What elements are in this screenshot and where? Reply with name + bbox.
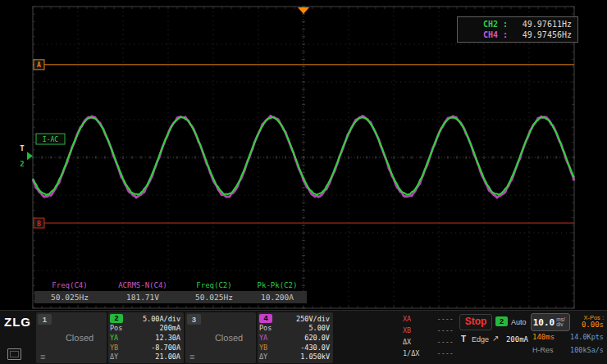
delta-x-row: ΔX ----: [401, 336, 455, 348]
channel2-pos-row: Pos 200mA: [110, 324, 180, 334]
trigger-level-marker: [27, 152, 33, 160]
channel2-scale: 5.00A/div: [143, 315, 180, 323]
run-stop-button[interactable]: Stop: [459, 314, 492, 330]
channel3-badge[interactable]: 3: [187, 314, 201, 325]
trigger-source-badge[interactable]: 2: [495, 316, 508, 326]
measurement-value: 50.025Hz: [34, 291, 105, 303]
xa-row: XA ----: [401, 313, 455, 325]
channel2-ya: 12.30A: [155, 334, 180, 342]
channel2-panel[interactable]: 2 5.00A/div Pos 200mA YA 12.30A YB -8.70…: [108, 312, 184, 363]
delta-y-label: ΔY: [110, 353, 118, 361]
channel4-yb: -430.0V: [300, 344, 330, 352]
channel1-badge[interactable]: 1: [38, 314, 52, 325]
channel2-badge[interactable]: 2: [110, 314, 123, 323]
ya-label: YA: [259, 334, 267, 342]
channel1-panel[interactable]: 1 Closed ≡: [36, 312, 107, 363]
sample-rate: 100kSa/s: [561, 346, 604, 354]
memory-depth: 14.0Kpts: [563, 333, 604, 341]
measurement-freq-c4: Freq(C4) 50.025Hz: [34, 280, 105, 303]
channel3-state: Closed: [203, 312, 254, 363]
measurement-freq-c2: Freq(C2) 50.025Hz: [180, 280, 248, 303]
channel4-pos: 5.00V: [308, 324, 330, 332]
coupling-badge-label: I-AC: [43, 136, 58, 143]
cursor-b-tag-label: B: [37, 221, 41, 228]
cursor-a-tag-label: A: [37, 61, 41, 69]
channel4-panel[interactable]: 4 250V/div Pos 5.00V YA 620.0V YB -430.0…: [258, 312, 333, 363]
channel4-ya-row: YA 620.0V: [259, 333, 330, 343]
menu-icon[interactable]: ≡: [40, 353, 45, 362]
trigger-t-label: T: [461, 334, 466, 344]
delta-x-label: ΔX: [403, 336, 411, 348]
measurement-label: Freq(C2): [180, 280, 248, 291]
inv-delta-x-label: 1/ΔX: [403, 348, 419, 359]
ch2-freq-label: CH2 :: [483, 20, 508, 29]
measurement-pkpk-c2: Pk-Pk(C2) 10.200A: [248, 280, 307, 303]
measurement-label: Freq(C4): [34, 280, 105, 291]
channel3-panel[interactable]: 3 Closed ≡: [185, 312, 256, 363]
trigger-panel: Stop 2 Auto T Edge ↗ 200mA: [458, 312, 530, 363]
x-pos-value: 0.00s: [566, 321, 604, 329]
trigger-t-marker-label: T: [20, 144, 25, 152]
measurement-value: 181.71V: [105, 291, 180, 303]
channel4-dy-row: ΔY 1.050kV: [259, 352, 330, 362]
xa-value: ----: [437, 313, 454, 325]
measurement-value: 50.025Hz: [180, 291, 248, 303]
channel4-readouts: 4 250V/div Pos 5.00V YA 620.0V YB -430.0…: [259, 314, 330, 362]
delta-y-label: ΔY: [259, 353, 267, 361]
timebase-button[interactable]: 10.0 ms/div: [531, 313, 570, 331]
xb-row: XB ----: [401, 325, 455, 336]
xb-value: ----: [437, 325, 454, 336]
channel1-state: Closed: [54, 312, 105, 363]
channel4-badge[interactable]: 4: [259, 314, 272, 323]
trigger-type[interactable]: Edge: [472, 335, 489, 344]
delta-x-value: ----: [437, 336, 454, 348]
freq-meter-panel: CH2 : 49.97611Hz CH4 : 49.97456Hz: [457, 16, 578, 43]
channel4-pos-row: Pos 5.00V: [259, 324, 330, 334]
ch4-freq-value: 49.97456Hz: [513, 30, 572, 39]
status-bar: ZLG 1 Closed ≡ 2 5.00A/div Pos 200mA YA …: [0, 310, 607, 364]
pos-label: Pos: [110, 324, 122, 332]
trigger-level: 200mA: [506, 335, 528, 344]
ch4-freq-label: CH4 :: [483, 30, 508, 39]
channel4-ya: 620.0V: [304, 334, 330, 342]
pos-label: Pos: [259, 324, 272, 332]
freq-meter-row-ch4: CH4 : 49.97456Hz: [458, 30, 577, 40]
freq-meter-row-ch2: CH2 : 49.97611Hz: [458, 19, 577, 30]
channel4-dy: 1.050kV: [300, 353, 330, 361]
channel4-yb-row: YB -430.0V: [259, 343, 330, 353]
trigger-position-marker: [298, 7, 309, 14]
measurement-label: Pk-Pk(C2): [248, 280, 307, 291]
channel2-pos: 200mA: [159, 324, 180, 332]
channel2-dy-row: ΔY 21.00A: [110, 352, 180, 362]
channel2-yb-row: YB -8.700A: [110, 343, 180, 353]
trigger-coupling[interactable]: Auto: [511, 318, 527, 326]
yb-label: YB: [110, 344, 118, 352]
channel2-dy: 21.00A: [155, 353, 180, 361]
channel2-scale-row: 2 5.00A/div: [110, 314, 180, 324]
rising-edge-icon: ↗: [492, 334, 499, 343]
display-icon: [7, 348, 21, 360]
measurement-acrms-c4: ACRMS-N(C4) 181.71V: [105, 280, 180, 303]
channel2-ya-row: YA 12.30A: [110, 333, 180, 343]
acquisition-mode: H-Res: [532, 346, 554, 354]
x-cursor-panel: XA ---- XB ---- ΔX ---- 1/ΔX ----: [401, 313, 455, 362]
zlg-logo: ZLG: [4, 315, 31, 329]
inv-delta-x-value: ----: [437, 348, 454, 359]
channel2-yb: -8.700A: [151, 344, 180, 352]
channel2-readouts: 2 5.00A/div Pos 200mA YA 12.30A YB -8.70…: [110, 314, 180, 362]
inv-delta-x-row: 1/ΔX ----: [401, 348, 455, 359]
waveform-area: ABT2I-AC CH2 : 49.97611Hz CH4 : 49.97456…: [0, 0, 607, 310]
timebase-value: 10.0: [533, 317, 555, 328]
menu-icon[interactable]: ≡: [189, 353, 194, 362]
oscilloscope-screen: ABT2I-AC CH2 : 49.97611Hz CH4 : 49.97456…: [0, 0, 607, 364]
measurement-value: 10.200A: [248, 291, 307, 303]
acquisition-window: 140ms: [532, 333, 555, 341]
trigger-channel-marker-label: 2: [20, 160, 24, 168]
yb-label: YB: [259, 344, 267, 352]
xa-label: XA: [403, 313, 411, 325]
ch2-freq-value: 49.97611Hz: [513, 20, 572, 29]
channel4-scale-row: 4 250V/div: [259, 314, 330, 324]
measurement-readouts: Freq(C4) 50.025Hz ACRMS-N(C4) 181.71V Fr…: [34, 280, 307, 303]
channel4-scale: 250V/div: [296, 315, 330, 323]
waveform-display: ABT2I-AC: [0, 0, 607, 310]
